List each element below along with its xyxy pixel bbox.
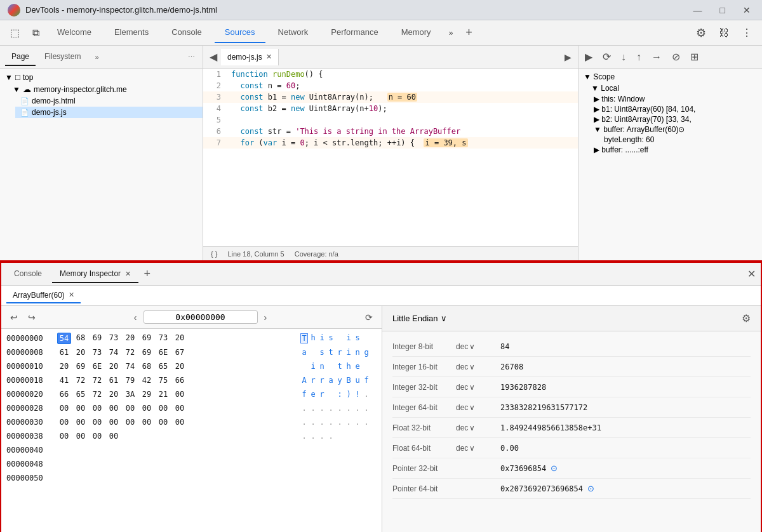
hex-char[interactable]: e	[354, 362, 361, 371]
hex-char[interactable]	[327, 362, 335, 371]
hex-byte[interactable]: 21	[156, 389, 170, 399]
tree-glitch[interactable]: ▼ ☁ memory-inspector.glitch.me	[8, 83, 203, 95]
hex-char[interactable]: .	[363, 390, 370, 399]
nav-prev-btn[interactable]: ‹	[130, 311, 141, 324]
hex-byte[interactable]: 6E	[156, 347, 170, 357]
scope-bytelength[interactable]: byteLength: 60	[581, 135, 759, 145]
hex-char[interactable]: .	[309, 404, 317, 413]
hex-char[interactable]: .	[345, 418, 352, 427]
hex-byte[interactable]: 68	[140, 361, 154, 371]
hex-char[interactable]: .	[336, 404, 344, 413]
hex-byte[interactable]: 00	[90, 403, 104, 413]
address-input[interactable]	[144, 310, 258, 324]
tab-page[interactable]: Page	[5, 48, 36, 66]
tab-close-btn[interactable]: ✕	[125, 270, 131, 278]
hex-byte[interactable]: 41	[57, 375, 71, 385]
hex-byte[interactable]: 74	[123, 361, 137, 371]
hex-char[interactable]: .	[300, 432, 308, 441]
hex-byte[interactable]: 00	[57, 417, 71, 427]
hex-char[interactable]: .	[300, 404, 308, 413]
tab-welcome[interactable]: Welcome	[47, 22, 102, 43]
scope-buffer[interactable]: ▼ buffer: ArrayBuffer(60)⊙	[581, 124, 759, 135]
hex-char[interactable]: .	[327, 418, 335, 427]
back-button[interactable]: ◀	[206, 50, 221, 64]
hex-byte[interactable]: 00	[74, 403, 88, 413]
close-bottom-panel-btn[interactable]: ✕	[747, 268, 756, 280]
step-into-btn[interactable]: ↓	[617, 49, 630, 65]
hex-char[interactable]: r	[309, 376, 317, 385]
tab-performance[interactable]: Performance	[321, 22, 388, 43]
hex-char[interactable]: n	[354, 348, 361, 357]
hex-char[interactable]: .	[318, 404, 326, 413]
hex-char[interactable]: t	[327, 348, 335, 357]
hex-char[interactable]	[363, 362, 370, 371]
hex-byte[interactable]: 75	[156, 375, 170, 385]
hex-char[interactable]: .	[327, 432, 335, 441]
hex-byte[interactable]: 20	[107, 361, 121, 371]
deactivate-btn[interactable]: ⊘	[668, 48, 684, 65]
hex-byte[interactable]: 00	[57, 431, 71, 441]
remote-devices-btn[interactable]: ⛓	[714, 25, 734, 41]
code-nav-fwd-btn[interactable]: ▶	[561, 51, 575, 63]
hex-byte[interactable]: 20	[107, 389, 121, 399]
hex-char[interactable]: r	[318, 376, 326, 385]
ptr64-follow-btn[interactable]: ⊙	[587, 484, 594, 493]
arraybuffer-close-btn[interactable]: ✕	[69, 291, 74, 299]
nav-refresh-btn[interactable]: ⟳	[361, 311, 377, 324]
hex-byte[interactable]: 00	[123, 403, 137, 413]
hex-char[interactable]: .	[309, 418, 317, 427]
hex-byte[interactable]: 20	[123, 333, 137, 344]
hex-byte[interactable]: 73	[156, 333, 170, 344]
hex-byte[interactable]: 72	[123, 347, 137, 357]
more-tabs-btn[interactable]: »	[92, 52, 101, 62]
add-tab-btn[interactable]: +	[460, 23, 478, 42]
nav-next-btn[interactable]: ›	[260, 311, 271, 324]
hex-byte[interactable]: 00	[140, 417, 154, 427]
interp-format[interactable]: dec ∨	[456, 423, 500, 432]
interp-format[interactable]: dec ∨	[456, 383, 500, 392]
add-panel-btn[interactable]: +	[141, 267, 153, 281]
hex-byte[interactable]: 65	[156, 361, 170, 371]
minimize-button[interactable]: —	[690, 4, 706, 17]
hex-char[interactable]: s	[354, 333, 361, 343]
interp-settings-btn[interactable]: ⚙	[742, 312, 751, 324]
hex-char[interactable]: )	[345, 390, 352, 399]
hex-char[interactable]: .	[318, 418, 326, 427]
hex-byte[interactable]: 69	[90, 333, 104, 344]
hex-char[interactable]: A	[300, 376, 308, 385]
hex-byte[interactable]: 00	[173, 417, 187, 427]
hex-char[interactable]: .	[363, 418, 370, 427]
hex-char[interactable]: .	[318, 432, 326, 441]
hex-char[interactable]: .	[309, 432, 317, 441]
nav-back-btn[interactable]: ↩	[6, 311, 22, 324]
breakpoints-btn[interactable]: ⊞	[686, 48, 702, 65]
hex-char[interactable]: a	[300, 348, 308, 357]
step-out-btn[interactable]: ↑	[632, 49, 645, 65]
hex-char[interactable]: .	[363, 404, 370, 413]
hex-byte[interactable]: 74	[107, 347, 121, 357]
hex-char[interactable]: r	[318, 390, 326, 399]
hex-byte[interactable]: 3A	[123, 389, 137, 399]
hex-char[interactable]: a	[327, 376, 335, 385]
step-over-btn[interactable]: ⟳	[599, 48, 615, 65]
inspect-element-btn[interactable]: ⬚	[5, 24, 25, 41]
hex-byte[interactable]: 67	[173, 347, 187, 357]
hex-byte[interactable]: 72	[90, 375, 104, 385]
hex-byte[interactable]: 00	[107, 403, 121, 413]
code-tab-close-btn[interactable]: ✕	[266, 53, 272, 61]
hex-char[interactable]: u	[354, 376, 361, 385]
settings-btn[interactable]: ⚙	[691, 23, 711, 43]
hex-char[interactable]: i	[309, 362, 317, 371]
hex-byte[interactable]: 54	[57, 333, 71, 344]
hex-byte[interactable]: 65	[74, 389, 88, 399]
interp-format[interactable]: dec ∨	[456, 444, 500, 453]
ptr32-follow-btn[interactable]: ⊙	[551, 463, 558, 473]
tab-console[interactable]: Console	[161, 22, 212, 43]
hex-char[interactable]: y	[336, 376, 344, 385]
hex-byte[interactable]: 00	[57, 403, 71, 413]
tree-html-file[interactable]: 📄 demo-js.html	[15, 95, 203, 107]
hex-byte[interactable]: 00	[107, 417, 121, 427]
hex-byte[interactable]: 29	[140, 389, 154, 399]
hex-char[interactable]: .	[354, 404, 361, 413]
hex-char[interactable]: r	[336, 348, 344, 357]
